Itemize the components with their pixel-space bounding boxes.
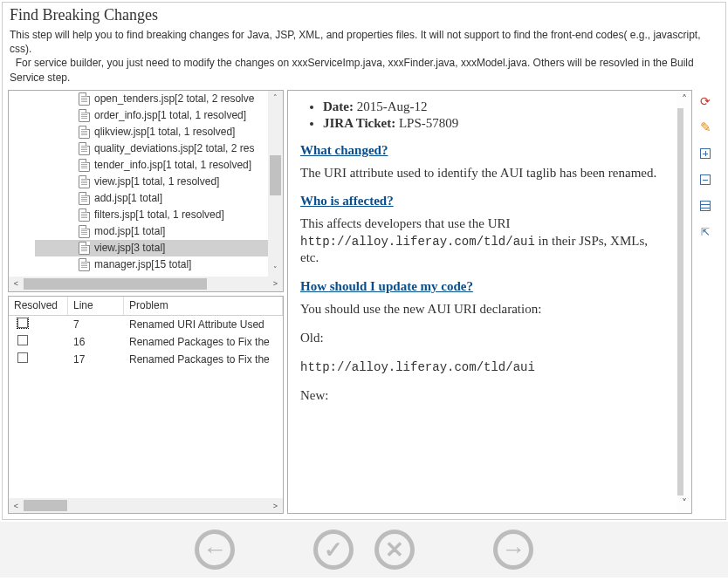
problems-table[interactable]: Resolved Line Problem 7Renamed URI Attri… bbox=[8, 296, 284, 514]
tree-item-label: tender_info.jsp[1 total, 1 resolved] bbox=[94, 159, 251, 171]
tree-item[interactable]: open_tenders.jsp[2 total, 2 resolve bbox=[35, 91, 283, 107]
list-view-button[interactable] bbox=[696, 196, 715, 215]
table-row[interactable]: 16Renamed Packages to Fix the bbox=[9, 333, 283, 351]
file-tree[interactable]: open_tenders.jsp[2 total, 2 resolveorder… bbox=[8, 90, 284, 292]
scrollbar-thumb[interactable] bbox=[24, 278, 207, 290]
what-changed-text: The URI attribute used to identify the A… bbox=[300, 165, 669, 182]
file-icon bbox=[79, 258, 90, 271]
tree-item[interactable]: view.jsp[1 total, 1 resolved] bbox=[35, 174, 283, 190]
tree-item-label: order_info.jsp[1 total, 1 resolved] bbox=[94, 109, 246, 121]
table-horizontal-scrollbar[interactable]: < > bbox=[9, 498, 283, 513]
resolved-cell[interactable] bbox=[9, 335, 68, 348]
detail-vertical-scrollbar[interactable]: ˄ ˅ bbox=[676, 91, 691, 513]
tree-item[interactable]: order_info.jsp[1 total, 1 resolved] bbox=[35, 107, 283, 124]
scroll-right-arrow-icon[interactable]: > bbox=[268, 502, 283, 510]
scrollbar-thumb[interactable] bbox=[270, 155, 281, 195]
tree-horizontal-scrollbar[interactable]: < > bbox=[9, 277, 283, 291]
tree-vertical-scrollbar[interactable]: ˄ ˅ bbox=[268, 91, 283, 277]
scroll-up-arrow-icon[interactable]: ˄ bbox=[676, 93, 691, 106]
collapse-all-button[interactable] bbox=[696, 170, 715, 189]
heading-what-changed[interactable]: What changed? bbox=[300, 143, 669, 158]
expand-all-icon bbox=[700, 148, 711, 159]
tree-item-label: view.jsp[1 total, 1 resolved] bbox=[94, 175, 219, 188]
tree-item-label: manager.jsp[15 total] bbox=[94, 258, 191, 270]
checkbox[interactable] bbox=[17, 335, 28, 345]
old-uri-code: http://alloy.liferay.com/tld/aui bbox=[300, 359, 669, 375]
action-sidebar: ⟳ ✎ ⇱ bbox=[696, 90, 720, 514]
tree-item[interactable]: view.jsp[3 total] bbox=[35, 240, 283, 256]
tree-item[interactable]: qlikview.jsp[1 total, 1 resolved] bbox=[35, 124, 283, 140]
tree-item-label: view.jsp[3 total] bbox=[94, 242, 165, 254]
tree-item-label: mod.jsp[1 total] bbox=[94, 225, 165, 237]
table-row[interactable]: 17Renamed Packages to Fix the bbox=[9, 351, 283, 368]
file-icon bbox=[79, 109, 90, 122]
line-cell: 16 bbox=[68, 336, 124, 348]
file-icon bbox=[79, 225, 90, 238]
tree-item-label: add.jsp[1 total] bbox=[94, 192, 162, 204]
checkbox[interactable] bbox=[17, 352, 28, 363]
line-cell: 7 bbox=[68, 318, 124, 331]
tree-item[interactable]: add.jsp[1 total] bbox=[35, 190, 283, 207]
tree-item-label: open_tenders.jsp[2 total, 2 resolve bbox=[94, 92, 254, 105]
scroll-up-arrow-icon[interactable]: ˄ bbox=[270, 92, 281, 104]
file-icon bbox=[79, 192, 90, 205]
cancel-button[interactable]: ✕ bbox=[374, 530, 415, 570]
jira-label: JIRA Ticket: bbox=[323, 116, 395, 130]
scroll-down-arrow-icon[interactable]: ˅ bbox=[270, 263, 281, 276]
tree-item[interactable]: manager.jsp[15 total] bbox=[35, 256, 283, 273]
scroll-down-arrow-icon[interactable]: ˅ bbox=[676, 497, 691, 510]
close-icon: ✕ bbox=[385, 537, 404, 564]
col-resolved[interactable]: Resolved bbox=[9, 297, 68, 315]
file-icon bbox=[79, 92, 90, 106]
tree-item[interactable]: filters.jsp[1 total, 1 resolved] bbox=[35, 207, 283, 223]
tree-item-label: quality_deviations.jsp[2 total, 2 res bbox=[94, 142, 254, 154]
date-label: Date: bbox=[323, 99, 354, 113]
page-description: This step will help you to find breaking… bbox=[10, 28, 718, 85]
col-line[interactable]: Line bbox=[68, 297, 124, 315]
file-icon bbox=[79, 159, 90, 172]
heading-how-update[interactable]: How should I update my code? bbox=[300, 279, 669, 294]
autofix-button[interactable]: ✎ bbox=[696, 118, 715, 137]
scroll-right-arrow-icon[interactable]: > bbox=[268, 279, 283, 288]
file-icon bbox=[79, 208, 90, 222]
scroll-left-arrow-icon[interactable]: < bbox=[9, 502, 24, 510]
resolved-cell[interactable] bbox=[9, 352, 68, 366]
scroll-left-arrow-icon[interactable]: < bbox=[9, 279, 24, 288]
expand-all-button[interactable] bbox=[696, 144, 715, 163]
who-affected-text: This affects developers that use the URI… bbox=[300, 215, 669, 267]
scrollbar-track[interactable] bbox=[677, 108, 683, 496]
new-label: New: bbox=[300, 387, 669, 405]
col-problem[interactable]: Problem bbox=[124, 297, 283, 315]
table-row[interactable]: 7Renamed URI Attribute Used bbox=[9, 316, 283, 333]
jira-value: LPS-57809 bbox=[399, 116, 458, 130]
arrow-right-icon: → bbox=[501, 536, 525, 564]
file-icon bbox=[79, 126, 90, 139]
problem-cell: Renamed Packages to Fix the bbox=[124, 336, 283, 348]
refresh-icon: ⟳ bbox=[700, 94, 711, 108]
toggle-link-button[interactable]: ⇱ bbox=[696, 222, 715, 242]
old-label: Old: bbox=[300, 330, 669, 347]
refresh-button[interactable]: ⟳ bbox=[696, 92, 715, 111]
back-button[interactable]: ← bbox=[195, 530, 235, 570]
checkbox[interactable] bbox=[17, 318, 28, 328]
apply-button[interactable]: ✓ bbox=[313, 530, 354, 570]
tree-item[interactable]: mod.jsp[1 total] bbox=[35, 223, 283, 240]
scrollbar-thumb[interactable] bbox=[24, 500, 67, 511]
collapse-all-icon bbox=[700, 174, 711, 185]
list-icon bbox=[700, 201, 711, 211]
detail-meta-list: Date: 2015-Aug-12 JIRA Ticket: LPS-57809 bbox=[323, 99, 669, 131]
link-icon: ⇱ bbox=[701, 226, 710, 238]
problem-cell: Renamed URI Attribute Used bbox=[124, 318, 283, 331]
heading-who-affected[interactable]: Who is affected? bbox=[300, 194, 669, 208]
tree-item[interactable]: tender_info.jsp[1 total, 1 resolved] bbox=[35, 157, 283, 174]
tree-item-label: qlikview.jsp[1 total, 1 resolved] bbox=[94, 126, 235, 138]
file-icon bbox=[79, 142, 90, 155]
next-button[interactable]: → bbox=[493, 530, 533, 570]
page-title: Find Breaking Changes bbox=[10, 6, 718, 24]
problem-cell: Renamed Packages to Fix the bbox=[124, 353, 283, 366]
resolved-cell[interactable] bbox=[9, 318, 68, 331]
tree-item[interactable]: quality_deviations.jsp[2 total, 2 res bbox=[35, 140, 283, 157]
file-icon bbox=[79, 242, 90, 255]
detail-panel[interactable]: Date: 2015-Aug-12 JIRA Ticket: LPS-57809… bbox=[287, 90, 692, 514]
line-cell: 17 bbox=[68, 353, 124, 366]
